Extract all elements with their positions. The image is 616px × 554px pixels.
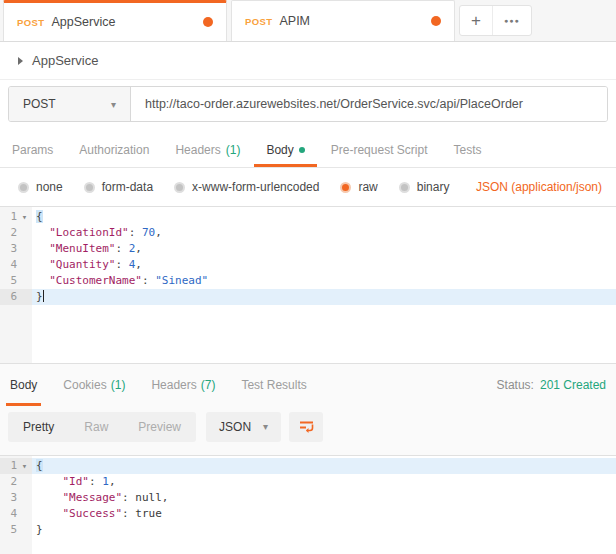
request-tab-params[interactable]: Params: [12, 132, 53, 167]
status-value: 201 Created: [540, 378, 606, 392]
method-select[interactable]: POST ▾: [9, 87, 131, 121]
code-token: ,: [135, 258, 142, 271]
code-token: [36, 507, 63, 520]
code-line: 5}: [0, 522, 616, 538]
request-tab-body[interactable]: Body: [266, 132, 304, 167]
request-tab-bar: ParamsAuthorizationHeaders(1)BodyPre-req…: [0, 132, 616, 168]
code-text: {: [32, 458, 616, 474]
tab-count: (7): [201, 378, 216, 392]
line-number-text: 5: [0, 522, 17, 538]
radio-label: binary: [417, 180, 450, 194]
code-token: [36, 242, 49, 255]
code-token: "Sinead": [155, 274, 208, 287]
code-line: 2 "LocationId": 70,: [0, 225, 616, 241]
status-label: Status:: [497, 378, 534, 392]
tab-label: Params: [12, 143, 53, 157]
fold-spacer: [17, 225, 32, 241]
response-tab-headers[interactable]: Headers(7): [151, 364, 215, 406]
line-number: 2: [0, 225, 32, 241]
request-tab-tests[interactable]: Tests: [453, 132, 481, 167]
fold-spacer: [17, 257, 32, 273]
view-mode-pretty[interactable]: Pretty: [8, 420, 69, 434]
tab-actions: + ●●●: [459, 5, 532, 36]
tab-label: Test Results: [241, 378, 306, 392]
code-text: "Success": true: [32, 506, 616, 522]
radio-label: x-www-form-urlencoded: [192, 180, 319, 194]
code-token: 1: [102, 475, 109, 488]
code-token: :: [89, 475, 102, 488]
request-url-bar: POST ▾: [8, 86, 608, 122]
tab-label: Cookies: [63, 378, 106, 392]
code-token: "LocationId": [49, 226, 128, 239]
request-tab-pre-request-script[interactable]: Pre-request Script: [331, 132, 428, 167]
code-text: }: [32, 289, 616, 305]
code-text: "CustomerName": "Sinead": [32, 273, 616, 289]
request-tab-authorization[interactable]: Authorization: [79, 132, 149, 167]
unsaved-dot-icon: [431, 16, 441, 26]
code-text: "Id": 1,: [32, 474, 616, 490]
body-type-form-data[interactable]: form-data: [84, 180, 153, 194]
line-number: 2: [0, 474, 32, 490]
request-title-row[interactable]: AppService: [0, 42, 616, 80]
tab-method-label: POST: [245, 16, 272, 27]
code-line: 1▾{: [0, 458, 616, 474]
tab-label: Tests: [453, 143, 481, 157]
code-token: [36, 226, 49, 239]
code-line: 5 "CustomerName": "Sinead": [0, 273, 616, 289]
body-type-none[interactable]: none: [18, 180, 63, 194]
request-title: AppService: [32, 53, 98, 68]
response-tab-body[interactable]: Body: [10, 364, 37, 406]
code-token: true: [135, 507, 162, 520]
response-body-editor[interactable]: 1▾{2 "Id": 1,3 "Message": null,4 "Succes…: [0, 455, 616, 554]
code-token: [36, 475, 63, 488]
code-token: [36, 491, 63, 504]
response-toolbar: PrettyRawPreview JSON ▾: [0, 406, 616, 455]
line-number: 3: [0, 490, 32, 506]
body-type-x-www-form-urlencoded[interactable]: x-www-form-urlencoded: [174, 180, 319, 194]
line-number: 1▾: [0, 209, 32, 225]
code-token: }: [36, 290, 43, 303]
tab-label: Headers: [151, 378, 196, 392]
request-body-editor[interactable]: 1▾{2 "LocationId": 70,3 "MenuItem": 2,4 …: [0, 206, 616, 364]
view-mode-preview[interactable]: Preview: [123, 420, 196, 434]
code-token: :: [122, 507, 135, 520]
fold-arrow-icon: ▾: [17, 458, 32, 474]
view-mode-raw[interactable]: Raw: [69, 420, 123, 434]
line-number-text: 2: [0, 225, 17, 241]
content-type-select[interactable]: JSON (application/json): [476, 180, 602, 194]
line-number: 5: [0, 522, 32, 538]
code-line: 2 "Id": 1,: [0, 474, 616, 490]
code-text: "Quantity": 4,: [32, 257, 616, 273]
line-number: 5: [0, 273, 32, 289]
body-type-raw[interactable]: raw: [340, 180, 377, 194]
request-tab-headers[interactable]: Headers(1): [175, 132, 240, 167]
code-token: 70: [142, 226, 155, 239]
tab-label: Body: [10, 378, 37, 392]
more-tabs-button[interactable]: ●●●: [493, 6, 531, 35]
tab-name-label: AppService: [51, 15, 115, 29]
line-number-text: 3: [0, 241, 17, 257]
text-cursor: [43, 290, 44, 302]
body-type-binary[interactable]: binary: [399, 180, 450, 194]
line-number-text: 4: [0, 506, 17, 522]
line-number: 1▾: [0, 458, 32, 474]
code-token: [36, 274, 49, 287]
response-tab-cookies[interactable]: Cookies(1): [63, 364, 125, 406]
format-select[interactable]: JSON ▾: [206, 412, 281, 442]
fold-spacer: [17, 522, 32, 538]
code-token: :: [115, 242, 128, 255]
workspace-tab[interactable]: POSTAppService: [3, 0, 227, 41]
body-type-options: noneform-datax-www-form-urlencodedrawbin…: [18, 180, 449, 194]
body-present-dot-icon: [299, 147, 305, 153]
wrap-text-button[interactable]: [289, 412, 323, 442]
code-token: ,: [135, 242, 142, 255]
status-badge: Status: 201 Created: [497, 364, 606, 406]
url-input[interactable]: [131, 87, 607, 121]
radio-icon: [84, 182, 95, 193]
radio-label: raw: [358, 180, 377, 194]
new-tab-button[interactable]: +: [460, 6, 493, 35]
response-tab-test-results[interactable]: Test Results: [241, 364, 306, 406]
workspace-tab[interactable]: POSTAPIM: [231, 0, 455, 41]
code-line: 3 "Message": null,: [0, 490, 616, 506]
radio-icon: [174, 182, 185, 193]
